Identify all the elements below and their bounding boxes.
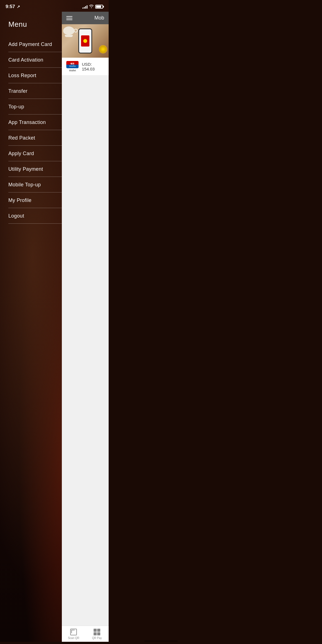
- red-packet-card: [81, 35, 89, 47]
- signal-bars-icon: [82, 5, 87, 9]
- bottom-navigation: Scan QR QR Pay: [62, 626, 109, 642]
- app-header: Mob: [62, 12, 109, 24]
- qr-pay-icon: [94, 629, 100, 635]
- app-panel: Mob: [62, 12, 109, 642]
- app-header-title: Mob: [94, 15, 104, 21]
- status-icons: [82, 4, 103, 9]
- bottom-nav-qr-pay[interactable]: QR Pay: [85, 629, 109, 640]
- wallet-label: Wallet: [69, 69, 76, 72]
- menu-panel: Menu Add Payment Card Card Activation Lo…: [0, 12, 62, 642]
- time-display: 9:57: [6, 4, 15, 9]
- qr-pay-label: QR Pay: [92, 636, 102, 640]
- app-card: Mob: [62, 12, 109, 642]
- red-packet-circle: [83, 39, 87, 43]
- hamburger-menu-icon[interactable]: [66, 16, 72, 20]
- location-arrow-icon: ↗: [17, 4, 20, 9]
- phone-mockup: [78, 28, 92, 53]
- banner-content: [62, 24, 109, 58]
- content-area: [62, 75, 109, 626]
- scan-qr-label: Scan QR: [68, 636, 79, 640]
- battery-icon: [95, 5, 103, 9]
- banner-image: [62, 24, 109, 58]
- unionpay-badge: 银联 UnionPay: [66, 61, 79, 68]
- status-time: 9:57 ↗: [6, 4, 20, 9]
- bottom-nav-scan-qr[interactable]: Scan QR: [62, 629, 85, 640]
- phone-screen: [79, 29, 91, 53]
- wallet-section: 银联 UnionPay Wallet USD: 154.03: [62, 58, 109, 75]
- scan-qr-icon: [70, 629, 77, 635]
- wifi-icon: [89, 4, 94, 9]
- gold-coin-decoration: [99, 45, 107, 53]
- menu-title: Menu: [8, 20, 62, 29]
- main-container: Menu Add Payment Card Card Activation Lo…: [0, 12, 109, 642]
- status-bar: 9:57 ↗: [0, 0, 109, 12]
- wallet-balance: USD: 154.03: [82, 62, 105, 71]
- unionpay-logo: 银联 UnionPay Wallet: [66, 61, 79, 72]
- teapot-decoration: [63, 26, 79, 39]
